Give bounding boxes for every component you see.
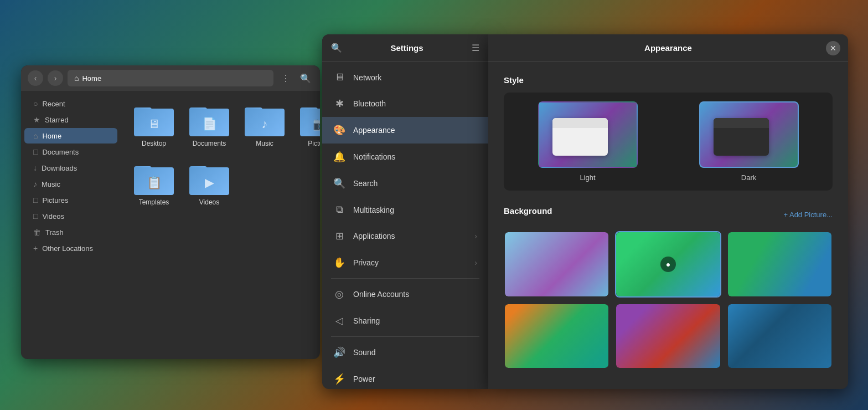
close-button[interactable]: ✕ [826,41,840,55]
bg-thumb-2[interactable]: ● [615,231,721,298]
bg-thumb-1-inner [505,232,608,296]
settings-item-power-label: Power [353,375,375,383]
folder-desktop[interactable]: 🖥 Desktop [130,100,178,152]
sidebar-item-recent[interactable]: ○ Recent [24,96,117,111]
folder-videos-icon: ▶ [189,163,229,195]
settings-item-appearance[interactable]: 🎨 Appearance [322,117,488,144]
style-section-label: Style [504,75,833,85]
applications-arrow-icon: › [474,232,477,240]
music-icon: ♪ [33,180,37,188]
sidebar-item-home[interactable]: ⌂ Home [24,128,117,144]
settings-list: 🖥 Network ✱ Bluetooth 🎨 Appearance 🔔 Not… [322,62,488,389]
style-light-option[interactable]: Light [513,101,663,182]
network-icon: 🖥 [333,71,345,83]
settings-item-search[interactable]: 🔍 Search [322,170,488,197]
light-preview [538,101,638,168]
settings-item-sound[interactable]: 🔊 Sound [322,339,488,366]
sidebar-label-music: Music [42,180,60,188]
background-section-label: Background [504,206,552,216]
add-picture-button[interactable]: + Add Picture... [783,211,833,219]
dark-preview-window [714,118,769,156]
sidebar-item-other-locations[interactable]: + Other Locations [24,240,117,256]
forward-button[interactable]: › [48,70,63,86]
settings-item-online-accounts[interactable]: ◎ Online Accounts [322,281,488,308]
settings-item-multitasking[interactable]: ⧉ Multitasking [322,197,488,223]
style-options: Light Dark [504,93,833,191]
folder-videos[interactable]: ▶ Videos [185,158,234,211]
selected-bg-indicator: ● [660,257,676,272]
sidebar-item-trash[interactable]: 🗑 Trash [24,224,117,240]
sidebar-label-documents: Documents [42,148,79,156]
settings-item-bluetooth-label: Bluetooth [353,99,386,108]
bg-thumb-4[interactable] [504,303,609,370]
folder-desktop-icon: 🖥 [134,104,174,136]
folder-templates-label: Templates [139,198,169,206]
bg-thumb-5[interactable] [615,303,721,370]
file-manager-body: ○ Recent ★ Starred ⌂ Home □ Documents ↓ … [21,91,320,359]
sidebar-label-pictures: Pictures [42,196,68,204]
sidebar-label-trash: Trash [45,228,64,237]
sidebar-label-videos: Videos [42,212,64,221]
settings-window-title: Settings [349,43,465,53]
appearance-titlebar: Appearance ✕ [488,34,848,62]
background-grid: ● [504,231,833,369]
settings-item-applications[interactable]: ⊞ Applications › [322,223,488,249]
settings-item-privacy[interactable]: ✋ Privacy › [322,249,488,276]
trash-icon: 🗑 [33,228,41,237]
sidebar-item-documents[interactable]: □ Documents [24,144,117,160]
sidebar-item-videos[interactable]: □ Videos [24,208,117,224]
back-button[interactable]: ‹ [28,70,43,86]
search-button[interactable]: 🔍 [298,70,313,86]
sidebar-item-downloads[interactable]: ↓ Downloads [24,160,117,176]
folder-pictures-label: Pictures [308,140,320,147]
bg-thumb-5-inner [616,304,720,368]
light-preview-bar [552,118,608,128]
privacy-arrow-icon: › [474,258,477,267]
sidebar-label-starred: Starred [45,116,69,124]
home-icon: ⌂ [74,74,79,83]
online-accounts-icon: ◎ [333,288,345,300]
folder-videos-label: Videos [199,198,219,206]
settings-item-power[interactable]: ⚡ Power [322,366,488,389]
settings-item-search-label: Search [353,179,378,188]
style-dark-option[interactable]: Dark [674,101,824,182]
settings-item-sharing[interactable]: ◁ Sharing [322,308,488,334]
folder-pictures-icon: 📷 [300,104,320,136]
settings-menu-icon[interactable]: ☰ [472,43,479,53]
file-manager-content: 🖥 Desktop 📄 Documents [121,91,320,359]
sidebar-item-starred[interactable]: ★ Starred [24,112,117,127]
settings-window: 🔍 Settings ☰ 🖥 Network ✱ Bluetooth 🎨 App… [322,34,488,389]
folder-templates[interactable]: 📋 Templates [130,158,178,211]
folder-pictures[interactable]: 📷 Pictures [296,100,320,152]
bg-thumb-3[interactable] [727,231,833,298]
applications-icon: ⊞ [333,230,345,242]
settings-item-notifications[interactable]: 🔔 Notifications [322,144,488,170]
privacy-icon: ✋ [333,257,345,269]
appearance-content: Style Light Dark Background [488,62,848,389]
appearance-icon: 🎨 [333,124,345,136]
starred-icon: ★ [33,115,40,124]
bg-thumb-1[interactable] [504,231,609,298]
settings-item-bluetooth[interactable]: ✱ Bluetooth [322,90,488,117]
sidebar-item-music[interactable]: ♪ Music [24,176,117,192]
settings-item-sharing-label: Sharing [353,316,380,325]
settings-search-icon[interactable]: 🔍 [331,43,342,53]
pictures-icon: □ [33,196,38,204]
other-locations-icon: + [33,244,38,253]
path-bar: ⌂ Home [68,70,273,86]
bg-thumb-4-inner [505,304,608,368]
sharing-icon: ◁ [333,315,345,327]
folder-documents-icon: 📄 [189,104,229,136]
bg-thumb-6[interactable] [727,303,833,370]
sidebar-item-pictures[interactable]: □ Pictures [24,192,117,208]
folder-documents[interactable]: 📄 Documents [185,100,234,152]
folder-music-icon: ♪ [245,104,285,136]
more-options-button[interactable]: ⋮ [278,70,293,86]
settings-item-network[interactable]: 🖥 Network [322,64,488,90]
settings-item-privacy-label: Privacy [353,258,379,267]
sidebar-label-recent: Recent [42,100,65,108]
bluetooth-icon: ✱ [333,98,345,110]
videos-icon: □ [33,212,38,221]
settings-item-network-label: Network [353,73,381,82]
folder-music[interactable]: ♪ Music [240,100,289,152]
